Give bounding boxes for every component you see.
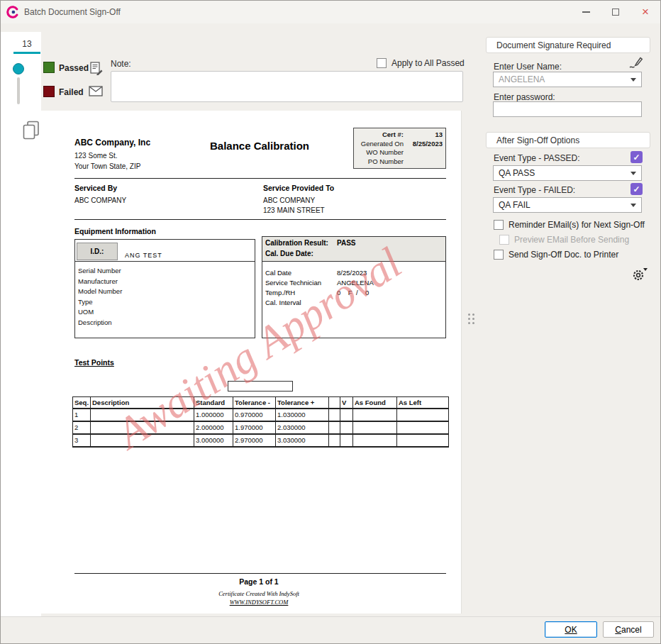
event-passed-label: Event Type - PASSED:: [494, 153, 580, 163]
chevron-down-icon: [631, 78, 636, 82]
chevron-down-icon: [631, 204, 636, 207]
send-to-printer-label: Send Sign-Off Doc. to Printer: [509, 250, 618, 260]
event-failed-value: QA FAIL: [499, 200, 631, 210]
col-as-left: As Left: [397, 397, 449, 409]
event-failed-checkbox[interactable]: ✓: [631, 183, 643, 195]
signature-panel-title: Document Signature Required: [496, 40, 611, 50]
generated-on-label: Generated On: [357, 140, 404, 148]
cell: [397, 409, 449, 421]
cell: 2.000000: [194, 421, 233, 434]
generated-on-value: 8/25/2023: [404, 140, 443, 148]
window-title: Batch Document Sign-Off: [24, 7, 121, 17]
options-panel-title: After Sign-Off Options: [496, 135, 579, 145]
cell: 1.970000: [233, 421, 276, 434]
apply-all-label: Apply to All Passed: [391, 58, 465, 68]
field-type: Type: [78, 297, 252, 308]
preview-email-checkbox: [499, 235, 509, 245]
cell: 2.030000: [276, 421, 329, 434]
username-value: ANGELENA: [499, 74, 631, 84]
app-logo-icon: [6, 6, 19, 18]
password-label: Enter password:: [494, 92, 555, 102]
maximize-icon: [612, 9, 619, 16]
event-failed-label: Event Type - FAILED:: [494, 185, 575, 195]
password-input[interactable]: [493, 101, 642, 117]
cell: [353, 409, 397, 421]
col-tolerance-plus: Tolerance +: [276, 397, 329, 409]
event-passed-combobox[interactable]: QA PASS: [493, 165, 642, 181]
cell: 3: [73, 434, 91, 447]
window-controls: ×: [571, 1, 660, 23]
cell: 3.030000: [276, 434, 329, 447]
calibration-result-box: Calibration Result: PASS Cal. Due Date: …: [262, 236, 446, 338]
divider: [74, 573, 446, 574]
calibration-header: Calibration Result: PASS Cal. Due Date:: [262, 237, 445, 262]
titlebar: Batch Document Sign-Off ×: [1, 1, 660, 23]
cal-interval-label: Cal. Interval: [265, 299, 301, 306]
id-value: ANG TEST: [125, 252, 162, 259]
zoom-slider-track[interactable]: [17, 77, 20, 104]
minimize-button[interactable]: [571, 1, 601, 23]
cell: [329, 434, 340, 447]
cell: 3.000000: [194, 434, 233, 447]
cell: [340, 421, 353, 434]
col-description: Description: [91, 397, 194, 409]
failed-color-swatch: [43, 86, 55, 97]
col-standard: Standard: [194, 397, 233, 409]
passed-color-swatch: [43, 62, 55, 73]
apply-all-checkbox[interactable]: [377, 58, 387, 68]
cancel-button[interactable]: Cancel: [603, 621, 654, 638]
company-address2: Your Town State, ZIP: [74, 162, 140, 170]
field-description: Description: [78, 318, 252, 328]
settings-caret-icon: [643, 268, 648, 271]
equipment-section-label: Equipment Information: [74, 227, 156, 235]
cert-number-label: Cert #:: [357, 131, 404, 139]
tab-document-13[interactable]: 13: [13, 35, 40, 52]
company-address1: 123 Some St.: [74, 152, 118, 160]
col-as-found: As Found: [353, 397, 397, 409]
ok-button[interactable]: OK: [545, 621, 597, 638]
service-provided-to-label: Service Provided To: [263, 184, 334, 192]
event-passed-checkbox[interactable]: ✓: [631, 151, 643, 163]
cell: 1.000000: [194, 409, 233, 421]
copy-documents-icon[interactable]: [23, 121, 40, 143]
note-document-icon[interactable]: [90, 62, 103, 78]
test-points-table: Seq. Description Standard Tolerance - To…: [72, 396, 449, 448]
cal-due-date-label: Cal. Due Date:: [265, 250, 313, 257]
signature-icon[interactable]: [628, 55, 643, 73]
created-with-text: Certificate Created With IndySoft: [57, 590, 461, 597]
equipment-id-row: I.D.: ANG TEST: [75, 240, 255, 262]
field-serial-number: Serial Number: [78, 266, 252, 277]
id-label: I.D.:: [77, 243, 118, 260]
send-to-printer-checkbox[interactable]: [494, 250, 504, 260]
maximize-button[interactable]: [601, 1, 631, 23]
splitter-grip[interactable]: [468, 313, 474, 324]
company-name: ABC Company, Inc: [74, 138, 150, 148]
email-envelope-icon[interactable]: [89, 86, 103, 99]
serviced-by-label: Serviced By: [74, 184, 117, 192]
tab-active-indicator: [13, 52, 40, 54]
note-label: Note:: [111, 59, 131, 69]
zoom-slider-thumb[interactable]: [13, 63, 24, 74]
service-to-line1: ABC COMPANY: [263, 196, 315, 204]
passed-label: Passed: [59, 63, 89, 73]
cell: [329, 409, 340, 421]
page-margin: [41, 111, 57, 614]
equipment-info-box: I.D.: ANG TEST Serial Number Manufacture…: [74, 239, 255, 338]
table-row: 2 2.000000 1.970000 2.030000: [73, 421, 449, 434]
calibration-result-label: Calibration Result:: [265, 239, 328, 247]
table-row: 1 1.000000 0.970000 1.030000: [73, 409, 449, 421]
cell: 1: [73, 409, 91, 421]
note-input[interactable]: [111, 71, 463, 102]
reminder-email-checkbox[interactable]: [494, 220, 504, 230]
event-failed-combobox[interactable]: QA FAIL: [493, 197, 642, 213]
failed-label: Failed: [59, 87, 84, 97]
divider: [74, 178, 446, 179]
page-number: Page 1 of 1: [57, 577, 461, 586]
cell: [353, 434, 397, 447]
left-toolbar-strip: [1, 32, 41, 616]
col-tolerance-minus: Tolerance -: [233, 397, 276, 409]
username-combobox[interactable]: ANGELENA: [493, 72, 642, 87]
settings-gear-icon[interactable]: [633, 270, 644, 284]
website-link[interactable]: WWW.INDYSOFT.COM: [57, 599, 461, 606]
close-button[interactable]: ×: [631, 1, 660, 23]
